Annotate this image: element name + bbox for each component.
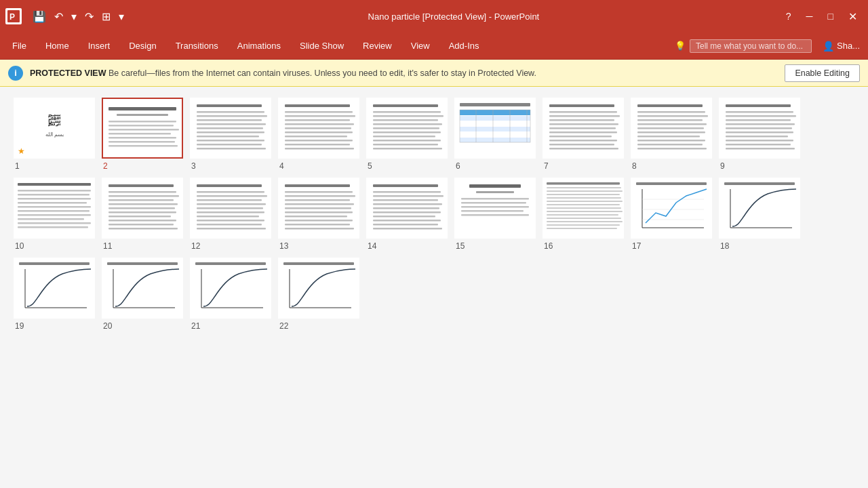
svg-rect-9 bbox=[108, 125, 174, 127]
slide-item-13[interactable]: 13 bbox=[278, 178, 359, 251]
slide-item-6[interactable]: 6 bbox=[454, 98, 536, 171]
present-button[interactable]: ⊞ bbox=[99, 9, 113, 24]
tab-view[interactable]: View bbox=[401, 33, 439, 59]
svg-rect-47 bbox=[373, 136, 435, 138]
svg-rect-45 bbox=[373, 127, 439, 129]
svg-rect-130 bbox=[197, 207, 263, 209]
svg-rect-166 bbox=[461, 210, 524, 212]
svg-rect-21 bbox=[197, 127, 263, 129]
svg-rect-25 bbox=[197, 144, 262, 146]
slide-thumb-6[interactable] bbox=[454, 98, 536, 159]
close-button[interactable]: ✕ bbox=[843, 9, 863, 24]
slide-thumb-14[interactable] bbox=[366, 178, 448, 239]
customize-button[interactable]: ▾ bbox=[116, 9, 127, 24]
svg-rect-156 bbox=[373, 216, 435, 218]
save-button[interactable]: 💾 bbox=[30, 9, 49, 24]
search-input[interactable] bbox=[690, 39, 812, 53]
slide-item-4[interactable]: 4 bbox=[278, 98, 359, 171]
slide-item-15[interactable]: 15 bbox=[454, 178, 536, 251]
svg-rect-182 bbox=[547, 228, 617, 229]
slide-thumb-20[interactable] bbox=[102, 258, 183, 319]
slide-thumb-22[interactable] bbox=[278, 258, 359, 319]
slide-item-1[interactable]: ﷽ بسم الله ★1 bbox=[14, 98, 95, 171]
slide-thumb-17[interactable] bbox=[631, 178, 712, 239]
svg-rect-129 bbox=[197, 203, 266, 205]
svg-rect-139 bbox=[285, 195, 355, 197]
svg-rect-162 bbox=[476, 191, 514, 193]
slide-thumb-4[interactable] bbox=[278, 98, 359, 159]
slide-thumb-21[interactable] bbox=[190, 258, 271, 319]
svg-rect-12 bbox=[108, 137, 176, 139]
tab-review[interactable]: Review bbox=[353, 33, 401, 59]
svg-rect-158 bbox=[373, 224, 438, 226]
share-button[interactable]: 👤 Sha... bbox=[817, 33, 865, 59]
slide-thumb-9[interactable] bbox=[719, 98, 800, 159]
enable-editing-button[interactable]: Enable Editing bbox=[785, 64, 860, 82]
tab-insert[interactable]: Insert bbox=[79, 33, 120, 59]
svg-rect-85 bbox=[637, 140, 705, 142]
slide-thumb-1[interactable]: ﷽ بسم الله ★ bbox=[14, 98, 95, 159]
slide-item-11[interactable]: 11 bbox=[102, 178, 183, 251]
tab-slideshow[interactable]: Slide Show bbox=[290, 33, 353, 59]
tab-transitions[interactable]: Transitions bbox=[166, 33, 228, 59]
svg-rect-131 bbox=[197, 211, 264, 214]
slide-thumb-11[interactable] bbox=[102, 178, 183, 239]
slide-item-8[interactable]: 8 bbox=[631, 98, 712, 171]
svg-rect-119 bbox=[108, 211, 176, 214]
svg-rect-94 bbox=[726, 127, 792, 129]
svg-rect-157 bbox=[373, 220, 441, 222]
slide-thumb-18[interactable] bbox=[719, 178, 800, 239]
svg-rect-151 bbox=[373, 195, 443, 197]
minimize-button[interactable]: ─ bbox=[801, 9, 818, 23]
slide-item-17[interactable]: 17 bbox=[631, 178, 712, 251]
slide-thumb-3[interactable] bbox=[190, 98, 271, 159]
slide-thumb-19[interactable] bbox=[14, 258, 95, 319]
slide-thumb-12[interactable] bbox=[190, 178, 271, 239]
svg-rect-135 bbox=[197, 228, 266, 230]
svg-rect-127 bbox=[197, 195, 267, 197]
slide-item-14[interactable]: 14 bbox=[366, 178, 448, 251]
tab-animations[interactable]: Animations bbox=[228, 33, 290, 59]
slide-item-2[interactable]: 2 bbox=[102, 98, 183, 171]
slide-item-18[interactable]: 18 bbox=[719, 178, 800, 251]
help-button[interactable]: ? bbox=[781, 9, 797, 23]
slide-item-12[interactable]: 12 bbox=[190, 178, 271, 251]
slide-item-16[interactable]: 16 bbox=[542, 178, 624, 251]
svg-rect-68 bbox=[549, 119, 614, 121]
slide-thumb-16[interactable] bbox=[542, 178, 624, 239]
tab-design[interactable]: Design bbox=[119, 33, 165, 59]
slide-item-19[interactable]: 19 bbox=[14, 258, 95, 331]
svg-rect-142 bbox=[285, 207, 351, 209]
maximize-button[interactable]: □ bbox=[823, 9, 839, 23]
svg-rect-65 bbox=[549, 104, 614, 107]
redo-button[interactable]: ↷ bbox=[82, 9, 96, 24]
tab-file[interactable]: File bbox=[3, 33, 36, 59]
svg-rect-2 bbox=[15, 99, 94, 157]
slide-item-9[interactable]: 9 bbox=[719, 98, 800, 171]
slide-item-20[interactable]: 20 bbox=[102, 258, 183, 331]
svg-rect-36 bbox=[285, 140, 353, 142]
slide-thumb-7[interactable] bbox=[542, 98, 624, 159]
slides-panel[interactable]: ﷽ بسم الله ★1 2 3 bbox=[0, 87, 868, 488]
tab-addins[interactable]: Add-Ins bbox=[439, 33, 489, 59]
slide-item-21[interactable]: 21 bbox=[190, 258, 271, 331]
undo-button[interactable]: ↶ bbox=[52, 9, 66, 24]
slide-thumb-5[interactable] bbox=[366, 98, 448, 159]
slide-item-10[interactable]: 10 bbox=[14, 178, 95, 251]
slide-thumb-13[interactable] bbox=[278, 178, 359, 239]
slide-thumb-2[interactable] bbox=[102, 98, 183, 159]
slide-item-5[interactable]: 5 bbox=[366, 98, 448, 171]
svg-rect-113 bbox=[108, 184, 174, 187]
tab-home[interactable]: Home bbox=[36, 33, 79, 59]
svg-rect-145 bbox=[285, 220, 353, 222]
slide-thumb-10[interactable] bbox=[14, 178, 95, 239]
star-icon: ★ bbox=[18, 146, 25, 156]
slide-thumb-15[interactable] bbox=[454, 178, 536, 239]
svg-rect-81 bbox=[637, 123, 707, 125]
undo-dropdown[interactable]: ▾ bbox=[68, 9, 79, 24]
svg-rect-202 bbox=[191, 259, 270, 317]
slide-item-22[interactable]: 22 bbox=[278, 258, 359, 331]
slide-thumb-8[interactable] bbox=[631, 98, 712, 159]
slide-item-3[interactable]: 3 bbox=[190, 98, 271, 171]
slide-item-7[interactable]: 7 bbox=[542, 98, 624, 171]
